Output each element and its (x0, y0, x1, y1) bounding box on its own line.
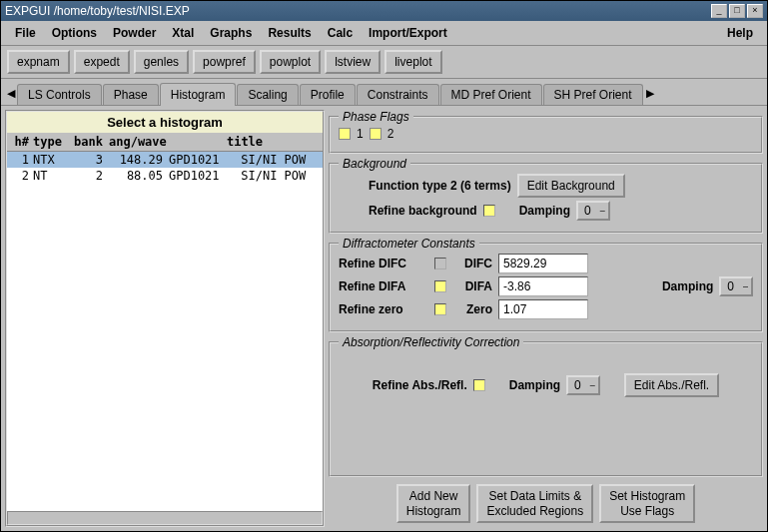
difa-field[interactable] (498, 276, 588, 296)
menu-help[interactable]: Help (719, 24, 761, 42)
absorption-group: Absorption/Reflectivity Correction Refin… (329, 341, 763, 477)
table-row[interactable]: 1 NTX 3 148.29 GPD1021 SI/NI POW (7, 152, 323, 168)
difa-label: DIFA (452, 279, 492, 293)
group-title: Absorption/Reflectivity Correction (339, 335, 523, 349)
tab-profile[interactable]: Profile (300, 84, 356, 105)
tab-histogram[interactable]: Histogram (160, 83, 237, 106)
spinner-arrow-icon[interactable]: – (740, 281, 751, 291)
diffractometer-group: Diffractometer Constants Refine DIFC DIF… (329, 243, 763, 332)
tab-scroll-right-icon[interactable]: ▶ (644, 87, 656, 100)
difa-damp-label: Damping (662, 279, 713, 293)
refine-difc-label: Refine DIFC (339, 257, 428, 270)
menu-results[interactable]: Results (260, 24, 319, 42)
minimize-button[interactable]: _ (711, 4, 727, 18)
menubar: File Options Powder Xtal Graphs Results … (1, 21, 767, 46)
menu-xtal[interactable]: Xtal (164, 24, 202, 42)
maximize-button[interactable]: □ (729, 4, 745, 18)
abs-damping-spinner[interactable]: 0– (566, 375, 600, 395)
group-title: Phase Flags (339, 110, 413, 124)
menu-powder[interactable]: Powder (105, 24, 164, 42)
menu-graphs[interactable]: Graphs (202, 24, 260, 42)
group-title: Diffractometer Constants (339, 237, 479, 251)
bg-damping-spinner[interactable]: 0– (576, 201, 610, 221)
menu-calc[interactable]: Calc (320, 24, 361, 42)
refine-difa-checkbox[interactable] (434, 280, 446, 292)
tool-powpref[interactable]: powpref (193, 50, 256, 74)
difc-label: DIFC (452, 257, 492, 270)
tab-scaling[interactable]: Scaling (237, 84, 298, 105)
spinner-arrow-icon[interactable]: – (597, 206, 608, 216)
tab-ls-controls[interactable]: LS Controls (17, 84, 102, 105)
col-title: title (169, 135, 321, 149)
refine-abs-label: Refine Abs./Refl. (373, 378, 467, 392)
toolbar: expnam expedt genles powpref powplot lst… (1, 46, 767, 79)
phase-flags-group: Phase Flags 1 2 (329, 116, 763, 154)
spinner-arrow-icon[interactable]: – (587, 380, 598, 390)
phase-2-checkbox[interactable] (370, 128, 382, 140)
refine-zero-label: Refine zero (339, 302, 428, 316)
group-title: Background (339, 157, 410, 171)
zero-label: Zero (452, 302, 492, 316)
menu-file[interactable]: File (7, 24, 44, 42)
histogram-header: Select a histogram (7, 112, 323, 133)
refine-difc-checkbox[interactable] (434, 258, 446, 269)
tool-expnam[interactable]: expnam (7, 50, 70, 74)
refine-bg-label: Refine background (369, 204, 477, 218)
bg-function-label: Function type 2 (6 terms) (369, 179, 511, 193)
refine-abs-checkbox[interactable] (473, 379, 485, 391)
edit-abs-button[interactable]: Edit Abs./Refl. (624, 373, 719, 397)
col-h: h# (9, 135, 33, 149)
window-title: EXPGUI /home/toby/test/NISI.EXP (5, 4, 190, 18)
tab-constraints[interactable]: Constraints (357, 84, 439, 105)
tab-scroll-left-icon[interactable]: ◀ (5, 87, 17, 100)
menu-options[interactable]: Options (44, 24, 105, 42)
refine-difa-label: Refine DIFA (339, 279, 428, 293)
scrollbar-horizontal[interactable] (7, 511, 323, 525)
phase-1-checkbox[interactable] (339, 128, 351, 140)
refine-zero-checkbox[interactable] (434, 303, 446, 315)
menu-import-export[interactable]: Import/Export (361, 24, 455, 42)
histogram-table-header: h# type bank ang/wave title (7, 133, 323, 152)
col-bank: bank (73, 135, 109, 149)
histogram-table-body[interactable]: 1 NTX 3 148.29 GPD1021 SI/NI POW 2 NT 2 … (7, 152, 323, 511)
refine-bg-checkbox[interactable] (483, 205, 495, 217)
background-group: Background Function type 2 (6 terms) Edi… (329, 163, 763, 234)
phase-1-label: 1 (357, 127, 364, 141)
difc-field[interactable] (498, 254, 588, 273)
tab-phase[interactable]: Phase (103, 84, 159, 105)
zero-field[interactable] (498, 299, 588, 319)
tool-lstview[interactable]: lstview (325, 50, 381, 74)
set-use-flags-button[interactable]: Set Histogram Use Flags (599, 484, 695, 523)
set-data-limits-button[interactable]: Set Data Limits & Excluded Regions (476, 484, 593, 523)
tabbar: ◀ LS Controls Phase Histogram Scaling Pr… (1, 79, 767, 105)
tool-genles[interactable]: genles (134, 50, 189, 74)
close-button[interactable]: × (747, 4, 763, 18)
tab-sh-pref-orient[interactable]: SH Pref Orient (543, 84, 643, 105)
diffract-damping-spinner[interactable]: 0– (719, 276, 753, 296)
abs-damping-label: Damping (509, 378, 560, 392)
table-row[interactable]: 2 NT 2 88.05 GPD1021 SI/NI POW (7, 168, 323, 184)
titlebar: EXPGUI /home/toby/test/NISI.EXP _ □ × (1, 1, 767, 21)
add-histogram-button[interactable]: Add New Histogram (396, 484, 471, 523)
phase-2-label: 2 (387, 127, 394, 141)
col-ang: ang/wave (109, 135, 169, 149)
col-type: type (33, 135, 73, 149)
edit-background-button[interactable]: Edit Background (517, 174, 625, 198)
bottom-buttons: Add New Histogram Set Data Limits & Excl… (329, 480, 763, 527)
bg-damping-label: Damping (519, 204, 570, 218)
tool-liveplot[interactable]: liveplot (384, 50, 441, 74)
tool-expedt[interactable]: expedt (74, 50, 130, 74)
tab-md-pref-orient[interactable]: MD Pref Orient (440, 84, 542, 105)
tool-powplot[interactable]: powplot (260, 50, 321, 74)
histogram-panel: Select a histogram h# type bank ang/wave… (5, 110, 325, 527)
